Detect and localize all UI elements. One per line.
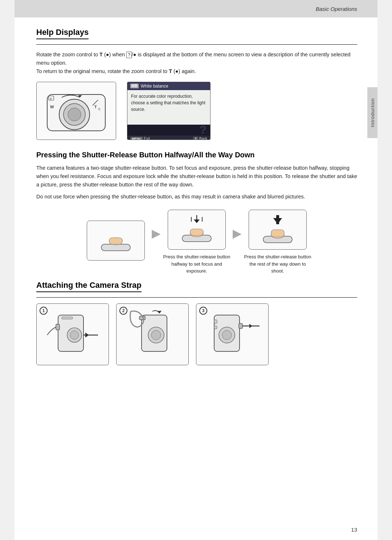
camera-zoom-svg: W T Q ⊞ <box>40 84 113 138</box>
menu-footer: MENU Exit ? Back <box>127 136 210 140</box>
svg-rect-43 <box>214 320 217 323</box>
svg-text:⊞: ⊞ <box>50 97 52 100</box>
svg-rect-21 <box>276 215 279 224</box>
question-key: ? <box>193 137 198 140</box>
shutter-step3-svg <box>252 211 303 248</box>
svg-rect-40 <box>239 323 242 329</box>
shutter-step2-svg <box>171 211 222 248</box>
svg-rect-12 <box>109 238 122 244</box>
svg-point-42 <box>222 330 232 340</box>
strap-step-badge-3: 3 <box>199 307 207 315</box>
menu-body: For accurate color reproduction, choose … <box>127 90 210 125</box>
help-displays-title: Help Displays <box>36 28 89 39</box>
menu-description: For accurate color reproduction, choose … <box>131 94 205 112</box>
svg-point-31 <box>70 331 79 339</box>
page-number: 13 <box>351 527 357 533</box>
shutter-section-title: Pressing the Shutter-Release Button Half… <box>36 150 357 160</box>
strap-section-title: Attaching the Camera Strap <box>36 281 142 292</box>
shutter-illustration: ▶ <box>36 210 357 275</box>
svg-marker-16 <box>194 219 200 223</box>
shutter-step-3: Press the shutter-release button the res… <box>243 210 312 275</box>
strap-img-1: 1 <box>36 303 109 365</box>
wb-icon: WB <box>130 84 139 88</box>
shutter-step1-svg <box>90 222 141 259</box>
help-illustration: W T Q ⊞ <box>36 82 357 140</box>
shutter-img-2 <box>168 210 226 250</box>
svg-point-3 <box>68 108 81 121</box>
header-bar: Basic Operations <box>15 0 377 17</box>
svg-rect-19 <box>190 229 203 235</box>
shutter-caption-3: Press the shutter-release button the res… <box>243 253 312 275</box>
svg-rect-10 <box>101 244 130 251</box>
shutter-arrow-1: ▶ <box>152 226 161 240</box>
camera-zoom-illustration: W T Q ⊞ <box>36 82 116 140</box>
side-tab: Introduction <box>367 87 377 138</box>
main-content: Help Displays Rotate the zoom control to… <box>15 17 377 376</box>
svg-text:Q: Q <box>98 107 100 110</box>
shutter-step-2: Press the shutter-release button halfway… <box>162 210 231 275</box>
shutter-step-1 <box>81 221 150 264</box>
help-displays-section: Help Displays Rotate the zoom control to… <box>36 28 357 140</box>
side-tab-label: Introduction <box>370 98 375 127</box>
menu-question-area: ? <box>127 125 210 136</box>
menu-header: WB White balance <box>127 82 210 90</box>
strap-step1-svg <box>40 306 105 362</box>
strap-step-badge-2: 2 <box>119 307 127 315</box>
shutter-arrow-2: ▶ <box>233 226 242 240</box>
svg-marker-34 <box>157 311 162 313</box>
shutter-img-1 <box>87 221 145 261</box>
shutter-body: The camera features a two-stage shutter-… <box>36 164 357 201</box>
menu-title: White balance <box>141 84 168 89</box>
shutter-section: Pressing the Shutter-Release Button Half… <box>36 150 357 275</box>
svg-rect-26 <box>56 324 60 330</box>
svg-rect-29 <box>62 317 73 319</box>
page: Basic Operations Introduction Help Displ… <box>15 0 377 540</box>
exit-label: Exit <box>144 137 150 140</box>
strap-illustration: 1 <box>36 303 357 365</box>
svg-text:W: W <box>50 105 54 109</box>
strap-step-3: 3 <box>196 303 269 365</box>
strap-img-2: 2 <box>116 303 189 365</box>
svg-text:T: T <box>94 105 97 109</box>
help-displays-body: Rotate the zoom control to T (●) when ?/… <box>36 51 357 76</box>
header-section-label: Basic Operations <box>316 6 357 12</box>
back-label: Back <box>199 137 207 140</box>
svg-rect-24 <box>271 230 284 237</box>
strap-step-2: 2 <box>116 303 189 365</box>
strap-step-1: 1 <box>36 303 109 365</box>
question-mark: ? <box>199 123 207 137</box>
menu-screen-illustration: WB White balance For accurate color repr… <box>127 82 211 140</box>
strap-step2-svg <box>120 306 185 362</box>
strap-section: Attaching the Camera Strap 1 <box>36 281 357 365</box>
shutter-caption-2: Press the shutter-release button halfway… <box>162 253 231 275</box>
shutter-img-3 <box>249 210 307 250</box>
menu-key-label: MENU <box>130 137 143 140</box>
strap-step3-svg <box>200 306 265 362</box>
svg-point-36 <box>151 330 161 340</box>
strap-step-badge-1: 1 <box>40 307 48 315</box>
svg-rect-44 <box>214 326 217 329</box>
strap-img-3: 3 <box>196 303 269 365</box>
